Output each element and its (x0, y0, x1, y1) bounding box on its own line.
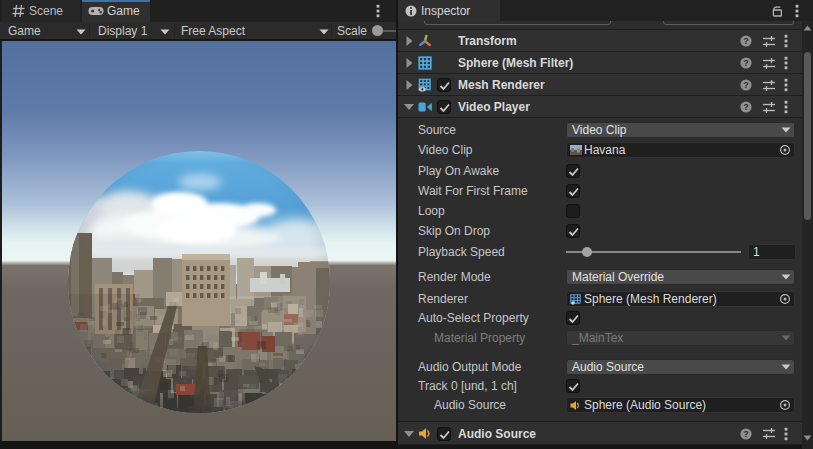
svg-text:?: ? (743, 58, 749, 68)
svg-text:?: ? (743, 36, 749, 46)
svg-text:?: ? (743, 80, 749, 90)
svg-text:?: ? (743, 429, 749, 439)
svg-text:?: ? (743, 102, 749, 112)
